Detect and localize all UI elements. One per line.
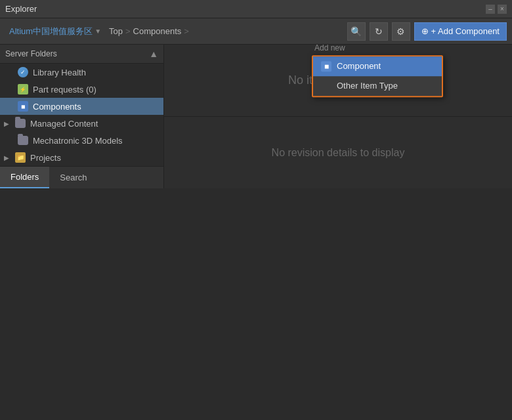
part-requests-icon <box>17 84 29 94</box>
sidebar-collapse-button[interactable]: ▲ <box>149 49 158 59</box>
breadcrumb-top: Top <box>109 26 123 36</box>
components-label: Components <box>33 102 81 112</box>
managed-content-arrow: ▶ <box>3 120 11 127</box>
component-menu-icon: ◼ <box>321 61 331 72</box>
title-bar-left: Explorer <box>5 4 37 14</box>
main-bottom-section: No revision details to display <box>164 117 512 188</box>
toolbar: Altium中国增值服务区 ▼ Top > Components > 🔍 ↻ ⚙… <box>0 18 512 45</box>
close-button[interactable]: × <box>498 5 507 14</box>
minimize-button[interactable]: – <box>486 5 495 14</box>
sidebar-item-components[interactable]: Components <box>0 98 163 115</box>
sidebar-header: Server Folders ▲ <box>0 45 163 64</box>
tab-search[interactable]: Search <box>49 167 97 188</box>
sidebar-item-library-health[interactable]: Library Health <box>0 64 163 81</box>
component-menu-label: Component <box>337 61 381 71</box>
sidebar-item-part-requests[interactable]: Part requests (0) <box>0 81 163 98</box>
no-revision-label: No revision details to display <box>272 147 405 159</box>
breadcrumb-sep-2: > <box>184 26 189 36</box>
add-component-label: + Add Component <box>431 26 500 36</box>
projects-arrow: ▶ <box>3 154 11 161</box>
tab-folders-label: Folders <box>11 172 39 182</box>
mechatronic-label: Mechatronic 3D Models <box>33 136 123 146</box>
tab-folders[interactable]: Folders <box>0 167 49 188</box>
app-title: Explorer <box>5 4 37 14</box>
brand-arrow: ▼ <box>95 28 101 35</box>
breadcrumb-sep-1: > <box>125 26 131 36</box>
part-requests-label: Part requests (0) <box>33 85 96 94</box>
projects-icon <box>14 152 26 163</box>
library-health-icon <box>17 67 29 77</box>
refresh-button[interactable]: ↻ <box>370 22 388 41</box>
context-menu-item-component[interactable]: ◼ Component <box>313 56 442 76</box>
mechatronic-icon <box>17 135 29 146</box>
sidebar: Server Folders ▲ Library Health Part req… <box>0 45 164 188</box>
context-menu-overlay: Add new ◼ Component Other Item Type <box>312 45 443 97</box>
managed-content-label: Managed Content <box>30 119 98 129</box>
sidebar-bottom-tabs: Folders Search <box>0 166 163 188</box>
add-component-button[interactable]: ⊕ + Add Component <box>414 22 507 41</box>
library-health-label: Library Health <box>33 68 86 77</box>
managed-content-icon <box>14 118 26 129</box>
sidebar-item-mechatronic[interactable]: Mechatronic 3D Models <box>0 132 163 149</box>
sidebar-item-projects[interactable]: ▶ Projects <box>0 149 163 166</box>
context-menu: ◼ Component Other Item Type <box>312 55 443 97</box>
title-bar: Explorer – × <box>0 0 512 18</box>
sidebar-item-managed-content[interactable]: ▶ Managed Content <box>0 115 163 132</box>
settings-icon: ⚙ <box>396 26 405 37</box>
context-menu-item-other[interactable]: Other Item Type <box>313 76 442 96</box>
other-menu-icon <box>321 81 331 91</box>
tab-search-label: Search <box>60 173 87 182</box>
main-top-section: No items to display Add new ◼ Component … <box>164 45 512 117</box>
other-menu-label: Other Item Type <box>337 81 398 91</box>
brand-button[interactable]: Altium中国增值服务区 ▼ <box>5 23 105 40</box>
projects-label: Projects <box>30 153 61 163</box>
breadcrumb-components: Components <box>133 26 182 36</box>
refresh-icon: ↻ <box>375 26 383 37</box>
main-panel: No items to display Add new ◼ Component … <box>164 45 512 188</box>
add-icon: ⊕ <box>421 26 429 36</box>
title-bar-controls: – × <box>486 5 507 14</box>
brand-label: Altium中国增值服务区 <box>9 26 93 37</box>
breadcrumb: Top > Components > <box>109 26 189 36</box>
sidebar-items: Library Health Part requests (0) Compone… <box>0 64 163 166</box>
content-area: Server Folders ▲ Library Health Part req… <box>0 45 512 188</box>
settings-button[interactable]: ⚙ <box>392 22 410 41</box>
search-icon: 🔍 <box>351 26 362 37</box>
components-icon <box>17 101 29 112</box>
add-new-label: Add new <box>312 45 443 54</box>
search-icon-button[interactable]: 🔍 <box>347 22 366 41</box>
sidebar-title: Server Folders <box>5 49 57 58</box>
